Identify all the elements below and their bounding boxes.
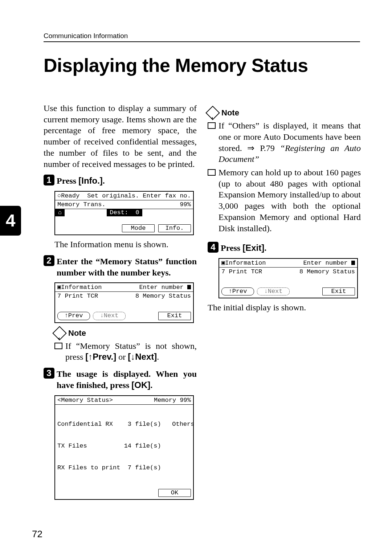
note-heading-left: Note [54,328,197,338]
note-bullet-icon [208,122,216,129]
step-2-text: Enter the “Memory Status” function numbe… [57,255,197,278]
lcd2-item-8: 8 Memory Status [135,293,191,300]
lcd4-prev-button: ↑Prev [221,287,254,295]
lcd1-info-button: Info. [158,224,191,232]
lcd3-ok-button: OK [158,489,191,497]
lcd3-line-2: TX Files 14 file(s) [57,442,191,450]
step-4-icon: 4 [208,242,219,253]
step-4-text-end: . [264,243,266,253]
softkey-info: [Info.] [78,176,103,185]
step-2-icon: 2 [44,255,54,266]
step-1: 1 Press [Info.]. [44,175,197,187]
lcd-screenshot-2: ▣Information Enter number 7 Print TCR 8 … [54,282,194,323]
lcd-screenshot-4: ▣Information Enter number 7 Print TCR 8 … [219,258,358,298]
lcd1-memory-trans: Memory Trans. [57,201,106,208]
lcd1-mode-button: Mode [122,224,155,232]
running-head: Communication Information [44,32,128,40]
lcd4-next-button: ↓Next [257,287,290,295]
lcd3-memory: Memory 99% [154,397,191,404]
step-3-icon: 3 [44,368,54,379]
page-number: 72 [32,529,42,540]
lcd3-line-3: RX Files to print 7 file(s) [57,464,191,472]
lcd1-prompt: Set originals. Enter fax no. [87,192,191,200]
lcd2-item-7: 7 Print TCR [57,293,98,300]
intro-paragraph: Use this function to display a summary o… [44,103,197,170]
note-label: Note [68,328,86,338]
softkey-next: [↓Next] [128,352,157,362]
lcd-screenshot-3: <Memory Status> Memory 99% Confidential … [54,395,194,500]
lcd4-exit-button: Exit [322,287,355,295]
softkey-prev: [↑Prev.] [85,352,116,362]
lcd4-prompt: Enter number [303,260,347,266]
lcd1-percent: 99% [180,201,191,208]
lcd1-dest: Dest: 0 [107,209,142,216]
softkey-ok: [OK] [131,380,150,390]
step-1-icon: 1 [44,175,54,185]
left-note-or: or [116,352,128,362]
softkey-exit: [Exit] [242,243,264,253]
lcd3-title: <Memory Status> [57,397,113,404]
lcd2-prompt: Enter number [139,284,183,291]
step-3: 3 The usage is displayed. When you have … [44,368,197,391]
step-1-text: Press [57,176,78,185]
step-3-text-end: . [150,380,152,390]
cursor-icon [351,261,355,265]
step-1-text-end: . [103,176,105,185]
note-bullet-icon [208,169,216,176]
step-4: 4 Press [Exit]. [208,242,361,254]
note-bullet-icon [54,343,62,349]
page-title: Displaying the Memory Status [44,54,308,76]
header-rule [44,41,360,42]
left-note-text-b: . [157,352,159,362]
lcd3-line-1: Confidential RX 3 file(s) Others [57,421,191,428]
lcd1-ready: ○Ready [57,192,79,200]
lcd2-exit-button: Exit [158,312,191,320]
pencil-icon [52,326,67,340]
step-4-text: Press [221,243,242,253]
step-3-text: The usage is displayed. When you have fi… [57,369,197,390]
note-label: Note [221,108,239,118]
right-note-item-2: Memory can hold up to about 160 pages (u… [208,167,361,234]
lcd2-prev-button: ↑Prev [57,312,90,320]
right-note-2: Memory can hold up to about 160 pages (u… [219,167,361,234]
lcd1-dark-segment: ⌂ [55,209,65,216]
cursor-icon [187,285,191,289]
lcd4-item-8: 8 Memory Status [299,268,355,276]
lcd4-title: ▣Information [221,260,266,267]
left-note-item: If “Memory Status” is not shown, press [… [54,340,197,363]
lcd4-item-7: 7 Print TCR [221,268,262,276]
step-2: 2 Enter the “Memory Status” function num… [44,255,197,278]
chapter-tab: 4 [0,206,21,236]
step-1-result: The Information menu is shown. [54,239,197,250]
right-note-item-1: If “Others” is displayed, it means that … [208,120,361,165]
lcd2-next-button: ↓Next [93,312,126,320]
note-heading-right: Note [208,108,361,118]
step-4-result: The initial display is shown. [208,302,361,313]
pencil-icon [205,106,220,120]
lcd-screenshot-1: ○Ready Set originals. Enter fax no. Memo… [54,191,194,235]
lcd2-title: ▣Information [57,284,102,291]
